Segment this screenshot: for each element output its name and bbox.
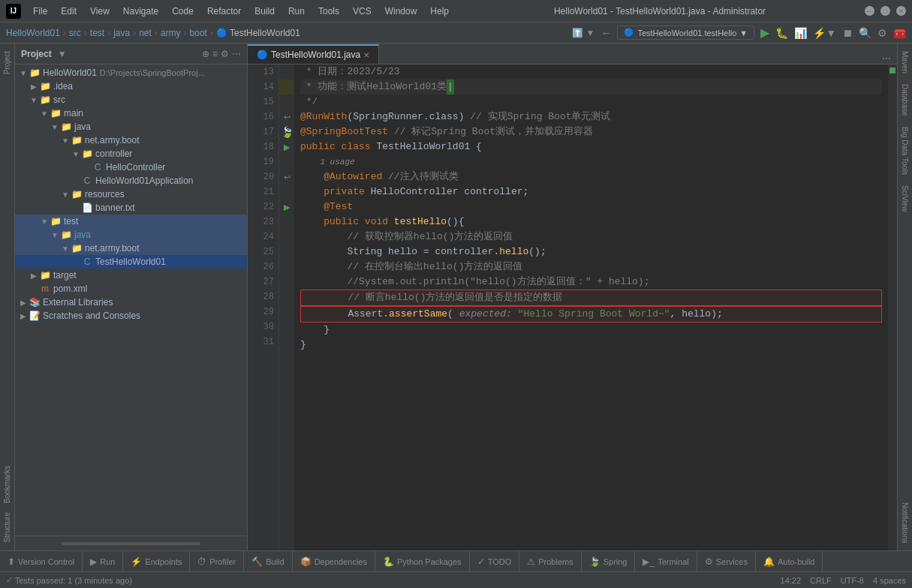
menu-navigate[interactable]: Navigate — [117, 4, 164, 18]
close-button[interactable]: ✕ — [896, 6, 906, 16]
menu-window[interactable]: Window — [379, 4, 423, 18]
tree-arrow-root[interactable]: ▼ — [18, 69, 29, 77]
project-add-button[interactable]: ⊕ — [202, 49, 209, 59]
right-tab-sciview[interactable]: SciView — [899, 181, 910, 216]
menu-refactor[interactable]: Refactor — [201, 4, 247, 18]
run-button[interactable]: ▶ — [760, 26, 769, 40]
bottom-tab-endpoints[interactable]: ⚡ Endpoints — [123, 551, 190, 572]
tree-item-netarmyboot-test[interactable]: ▼ 📁 net.army.boot — [15, 242, 247, 255]
tree-item-scratches[interactable]: ▶ 📝 Scratches and Consoles — [15, 309, 247, 322]
project-dropdown-icon[interactable]: ▼ — [58, 49, 67, 59]
tree-arrow-src[interactable]: ▼ — [29, 96, 39, 104]
menu-help[interactable]: Help — [424, 4, 455, 18]
right-tab-database[interactable]: Database — [899, 80, 910, 121]
tree-arrow-test[interactable]: ▼ — [39, 218, 50, 226]
minimize-button[interactable]: — — [865, 6, 874, 16]
breadcrumb-net[interactable]: net — [139, 28, 152, 38]
right-tab-notifications[interactable]: Notifications — [899, 498, 910, 548]
search-everywhere[interactable]: 🔍 — [859, 27, 871, 39]
more-run-options[interactable]: ⚡▼ — [813, 27, 836, 39]
menu-edit[interactable]: Edit — [55, 4, 83, 18]
breadcrumb-src[interactable]: src — [69, 28, 81, 38]
settings-button[interactable]: ⚙ — [877, 27, 887, 39]
right-tab-bigdata[interactable]: Big Data Tools — [899, 122, 910, 179]
project-settings[interactable]: ⚙ — [221, 49, 229, 59]
bottom-tab-dependencies[interactable]: 📦 Dependencies — [293, 551, 375, 572]
stop-button[interactable]: ⏹ — [842, 27, 853, 39]
project-panel-more[interactable]: ⋯ — [232, 49, 241, 59]
bottom-tab-terminal[interactable]: ▶_ Terminal — [635, 551, 697, 572]
menu-view[interactable]: View — [84, 4, 116, 18]
tree-item-testhelloworld[interactable]: C TestHelloWorld01 — [15, 255, 247, 268]
bottom-tab-build[interactable]: 🔨 Build — [244, 551, 292, 572]
tree-item-netarmyboot[interactable]: ▼ 📁 net.army.boot — [15, 134, 247, 147]
tree-item-pomxml[interactable]: m pom.xml — [15, 282, 247, 296]
tree-arrow-scratches[interactable]: ▶ — [18, 312, 29, 320]
bottom-tab-python-packages[interactable]: 🐍 Python Packages — [375, 551, 470, 572]
breadcrumb-army[interactable]: army — [161, 28, 181, 38]
tree-arrow-java-main[interactable]: ▼ — [50, 123, 60, 131]
tree-item-src[interactable]: ▼ 📁 src — [15, 93, 247, 106]
menu-tools[interactable]: Tools — [312, 4, 345, 18]
menu-file[interactable]: File — [27, 4, 53, 18]
tree-item-idea[interactable]: ▶ 📁 .idea — [15, 80, 247, 93]
breadcrumb-project[interactable]: HelloWorld01 — [6, 28, 60, 38]
window-controls[interactable]: — □ ✕ — [865, 6, 906, 16]
status-encoding[interactable]: CRLF — [810, 576, 832, 585]
left-tab-bookmarks[interactable]: Bookmarks — [2, 461, 13, 508]
left-tab-structure[interactable]: Structure — [2, 508, 13, 548]
tree-arrow-extlibs[interactable]: ▶ — [18, 298, 29, 307]
bottom-tab-todo[interactable]: ✓ TODO — [470, 551, 520, 572]
tree-arrow-idea[interactable]: ▶ — [29, 82, 39, 91]
tree-arrow-netarmyboot[interactable]: ▼ — [60, 136, 71, 145]
vcs-button[interactable]: ⬆️ ▼ — [572, 28, 594, 38]
tree-arrow-java-test[interactable]: ▼ — [50, 231, 60, 239]
tree-item-resources[interactable]: ▼ 📁 resources — [15, 188, 247, 201]
breadcrumb-boot[interactable]: boot — [190, 28, 207, 38]
run-config-dropdown-icon[interactable]: ▼ — [739, 28, 748, 38]
left-tab-project[interactable]: Project — [2, 46, 13, 79]
tree-arrow-controller[interactable]: ▼ — [71, 150, 81, 158]
menu-run[interactable]: Run — [282, 4, 311, 18]
tree-arrow-main[interactable]: ▼ — [39, 110, 50, 118]
tree-item-application[interactable]: C HelloWorld01Application — [15, 174, 247, 188]
tree-item-hellocontroller[interactable]: C HelloController — [15, 160, 247, 174]
bottom-tab-services[interactable]: ⚙ Services — [697, 551, 756, 572]
bottom-tab-profiler[interactable]: ⏱ Profiler — [190, 551, 244, 572]
panel-scrollbar[interactable] — [62, 542, 200, 545]
menu-vcs[interactable]: VCS — [347, 4, 378, 18]
status-charset[interactable]: UTF-8 — [841, 576, 864, 585]
bottom-tab-version-control[interactable]: ⬆ Version Control — [0, 551, 83, 572]
tree-item-controller[interactable]: ▼ 📁 controller — [15, 147, 247, 160]
menu-bar[interactable]: File Edit View Navigate Code Refactor Bu… — [27, 4, 455, 18]
tree-item-main[interactable]: ▼ 📁 main — [15, 106, 247, 120]
tree-item-banner[interactable]: 📄 banner.txt — [15, 201, 247, 214]
tree-item-target[interactable]: ▶ 📁 target — [15, 268, 247, 282]
tree-arrow-netarmyboot-test[interactable]: ▼ — [60, 244, 71, 253]
maximize-button[interactable]: □ — [880, 6, 890, 16]
tree-arrow-target[interactable]: ▶ — [29, 272, 39, 280]
breadcrumb-java[interactable]: java — [113, 28, 130, 38]
menu-build[interactable]: Build — [248, 4, 281, 18]
tab-testhelloworld[interactable]: 🔵 TestHelloWorld01.java ✕ — [248, 44, 379, 64]
tree-item-test[interactable]: ▼ 📁 test — [15, 214, 247, 228]
bottom-tab-run[interactable]: ▶ Run — [83, 551, 123, 572]
code-content[interactable]: * 日期：2023/5/23 * 功能：测试HelloWorld01类| */ … — [294, 64, 888, 550]
back-button[interactable]: ← — [600, 27, 611, 39]
tree-item-extlibs[interactable]: ▶ 📚 External Libraries — [15, 296, 247, 309]
right-tab-maven[interactable]: Maven — [899, 46, 910, 78]
tree-item-root[interactable]: ▼ 📁 HelloWorld01 D:\Projects\SpringBootP… — [15, 66, 247, 80]
tree-arrow-resources[interactable]: ▼ — [60, 190, 71, 199]
bottom-tab-problems[interactable]: ⚠ Problems — [519, 551, 581, 572]
status-indent[interactable]: 4 spaces — [873, 576, 906, 585]
bottom-tab-spring[interactable]: 🍃 Spring — [582, 551, 636, 572]
tab-close-button[interactable]: ✕ — [363, 51, 369, 59]
bottom-tab-autobuild[interactable]: 🔔 Auto-build — [756, 551, 823, 572]
debug-button[interactable]: 🐛 — [775, 27, 788, 39]
tab-more-button[interactable]: ⋯ — [882, 53, 891, 64]
menu-code[interactable]: Code — [166, 4, 200, 18]
breadcrumb-test[interactable]: test — [90, 28, 104, 38]
coverage-button[interactable]: 📊 — [794, 27, 807, 39]
project-collapse-all[interactable]: ≡ — [212, 49, 218, 59]
run-config-selector[interactable]: 🔵 TestHelloWorld01.testHello ▼ — [617, 26, 754, 40]
